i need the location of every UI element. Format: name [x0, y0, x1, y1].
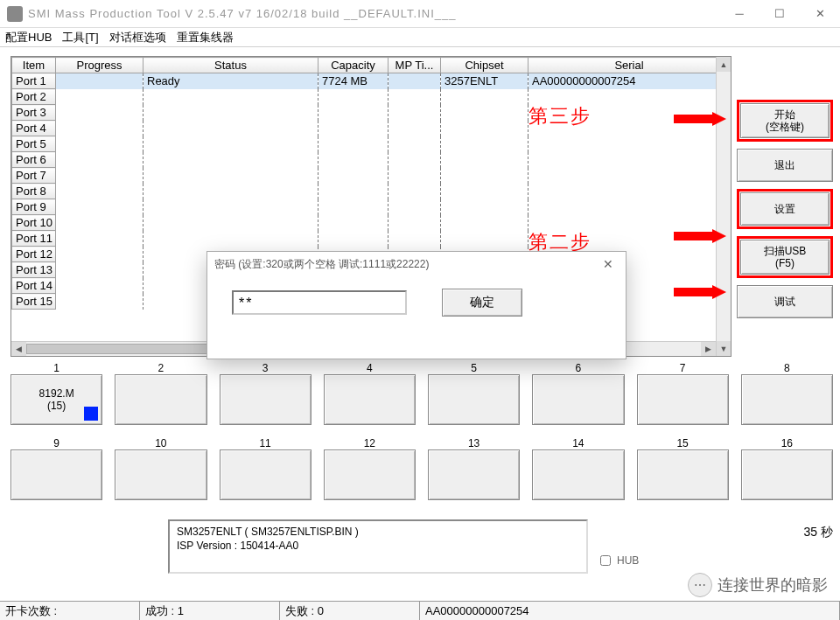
svg-marker-1	[674, 229, 726, 243]
status-bar: 开卡次数 : 成功 : 1 失败 : 0 AA00000000007254	[0, 601, 840, 620]
slot-number: 13	[428, 437, 520, 449]
slot: 10	[115, 437, 206, 500]
col-header[interactable]: Progress	[56, 58, 144, 73]
password-input[interactable]: **	[232, 290, 407, 315]
slot-number: 11	[220, 437, 312, 449]
slot-number: 6	[532, 362, 624, 374]
seconds-label: 35 秒	[804, 525, 833, 540]
slot-number: 2	[115, 362, 206, 374]
slot-box[interactable]	[10, 449, 102, 500]
svg-marker-2	[674, 285, 726, 299]
slot-box[interactable]	[220, 374, 312, 425]
slot-number: 10	[115, 437, 206, 449]
slot-number: 16	[741, 437, 833, 449]
slot-box[interactable]	[324, 449, 416, 500]
menu-reset-hub[interactable]: 重置集线器	[177, 30, 234, 45]
slot-box[interactable]	[741, 374, 833, 425]
status-square-icon	[84, 407, 98, 421]
table-row[interactable]: Port 2	[12, 89, 731, 105]
col-header[interactable]: Chipset	[441, 58, 528, 73]
status-serial: AA00000000007254	[420, 602, 840, 620]
table-row[interactable]: Port 9	[12, 199, 731, 215]
window-title: SMI Mass Production Tool V 2.5.47 v7 16/…	[28, 7, 719, 20]
slot: 18192.M(15)	[10, 362, 102, 425]
slot: 8	[741, 362, 833, 425]
table-row[interactable]: Port 5	[12, 136, 731, 152]
slot-number: 9	[10, 437, 102, 449]
slot: 11	[220, 437, 312, 500]
slot: 12	[324, 437, 416, 500]
menu-bar: 配置HUB 工具[T] 对话框选项 重置集线器	[0, 28, 840, 47]
menu-hub[interactable]: 配置HUB	[5, 30, 52, 45]
minimize-button[interactable]: ─	[719, 1, 760, 27]
table-row[interactable]: Port 7	[12, 168, 731, 184]
maximize-button[interactable]: ☐	[760, 1, 800, 27]
scroll-thumb[interactable]	[26, 344, 219, 354]
slot: 9	[10, 437, 102, 500]
status-open-count: 开卡次数 :	[0, 602, 140, 620]
table-row[interactable]: Port 6	[12, 152, 731, 168]
slot-box[interactable]	[428, 374, 520, 425]
dialog-close-button[interactable]: ✕	[591, 257, 626, 271]
debug-button[interactable]: 调试	[737, 285, 833, 318]
arrow-icon	[674, 229, 726, 243]
slot-box[interactable]	[637, 449, 729, 500]
slot-box[interactable]	[532, 449, 624, 500]
svg-marker-0	[674, 112, 726, 126]
slot: 16	[741, 437, 833, 500]
col-header[interactable]: Capacity	[318, 58, 388, 73]
slot: 4	[324, 362, 416, 425]
exit-button[interactable]: 退出	[737, 149, 833, 182]
slot: 7	[637, 362, 729, 425]
col-header[interactable]: Status	[144, 58, 318, 73]
start-button[interactable]: 开始(空格键)	[740, 103, 830, 138]
table-row[interactable]: Port 8	[12, 184, 731, 199]
slot-box[interactable]: 8192.M(15)	[10, 374, 102, 425]
slot-number: 5	[428, 362, 520, 374]
scroll-up-icon[interactable]: ▲	[717, 57, 731, 72]
slot-box[interactable]	[324, 374, 416, 425]
slot-grid: 18192.M(15)2345678910111213141516	[0, 357, 840, 502]
status-success: 成功 : 1	[140, 602, 280, 620]
slot-number: 8	[741, 362, 833, 374]
table-row[interactable]: Port 11	[12, 231, 731, 247]
col-header[interactable]: Item	[12, 58, 56, 73]
slot-number: 12	[324, 437, 416, 449]
slot: 6	[532, 362, 624, 425]
table-row[interactable]: Port 3	[12, 105, 731, 121]
slot-box[interactable]	[741, 449, 833, 500]
slot: 14	[532, 437, 624, 500]
vertical-scrollbar[interactable]: ▲ ▼	[716, 57, 731, 356]
status-fail: 失败 : 0	[280, 602, 420, 620]
setting-button[interactable]: 设置	[740, 192, 830, 226]
ok-button[interactable]: 确定	[442, 289, 522, 317]
password-dialog: 密码 (设置:320或两个空格 调试:1111或22222) ✕ ** 确定	[206, 251, 626, 359]
slot-box[interactable]	[115, 449, 206, 500]
slot-box[interactable]	[115, 374, 206, 425]
slot-box[interactable]	[637, 374, 729, 425]
info-box: SM3257ENLT ( SM3257ENLTISP.BIN ) ISP Ver…	[168, 519, 588, 574]
menu-tools[interactable]: 工具[T]	[62, 30, 98, 45]
slot-number: 1	[10, 362, 102, 374]
wechat-icon: ⋯	[688, 573, 712, 597]
slot-box[interactable]	[428, 449, 520, 500]
menu-dialog-options[interactable]: 对话框选项	[109, 30, 166, 45]
table-row[interactable]: Port 4	[12, 121, 731, 136]
col-header[interactable]: MP Ti...	[388, 58, 441, 73]
slot-box[interactable]	[220, 449, 312, 500]
arrow-icon	[674, 285, 726, 299]
scroll-left-icon[interactable]: ◀	[11, 342, 26, 356]
col-header[interactable]: Serial	[528, 58, 731, 73]
close-button[interactable]: ✕	[800, 1, 840, 27]
hub-checkbox[interactable]	[600, 555, 611, 566]
scroll-right-icon[interactable]: ▶	[701, 342, 716, 356]
table-row[interactable]: Port 10	[12, 215, 731, 231]
scan-usb-button[interactable]: 扫描USB(F5)	[740, 240, 830, 275]
table-row[interactable]: Port 1Ready7724 MB3257ENLTAA000000000072…	[12, 73, 731, 89]
slot-box[interactable]	[532, 374, 624, 425]
slot-number: 4	[324, 362, 416, 374]
slot: 3	[220, 362, 312, 425]
scroll-down-icon[interactable]: ▼	[717, 341, 731, 356]
slot-number: 15	[637, 437, 729, 449]
slot: 15	[637, 437, 729, 500]
